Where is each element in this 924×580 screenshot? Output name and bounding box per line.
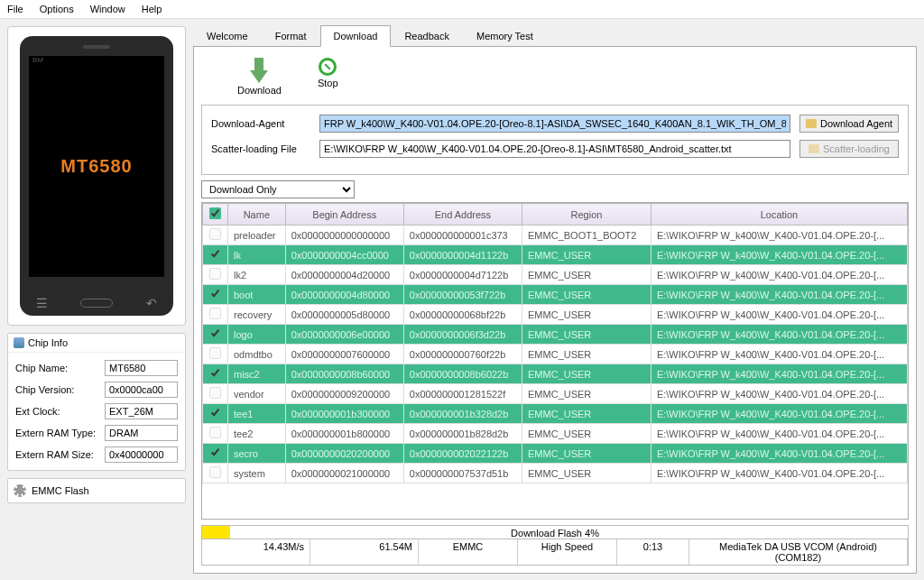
table-row[interactable]: secro0x00000000202000000x000000002022122… — [203, 444, 908, 464]
table-row[interactable]: vendor0x00000000092000000x00000000128152… — [203, 384, 908, 404]
download-agent-field[interactable] — [319, 115, 790, 133]
chip-name-label: Chip Name: — [15, 363, 101, 373]
tab-download[interactable]: Download — [320, 25, 392, 47]
table-row[interactable]: lk0x0000000004cc00000x0000000004d1122bEM… — [203, 245, 908, 265]
menu-help[interactable]: Help — [142, 4, 162, 14]
cell-name: odmdtbo — [228, 345, 286, 364]
folder-icon — [806, 119, 817, 128]
cell-name: boot — [228, 285, 286, 305]
tab-format[interactable]: Format — [262, 25, 320, 47]
cell-begin: 0x000000001b300000 — [285, 404, 403, 424]
cell-begin: 0x0000000020200000 — [285, 444, 403, 464]
cell-name: preloader — [228, 226, 286, 245]
menubar: File Options Window Help — [0, 0, 924, 19]
table-row[interactable]: preloader0x00000000000000000x00000000000… — [203, 226, 908, 245]
toolbar: Download Stop — [201, 54, 909, 105]
col-name[interactable]: Name — [228, 204, 286, 226]
cell-region: EMMC_USER — [522, 364, 651, 384]
row-checkbox[interactable] — [209, 268, 221, 280]
phone-brand: BM — [32, 56, 43, 64]
menu-window[interactable]: Window — [90, 4, 125, 14]
col-end[interactable]: End Address — [403, 204, 522, 226]
table-row[interactable]: misc20x0000000008b600000x0000000008b6022… — [203, 364, 908, 384]
tab-readback[interactable]: Readback — [391, 25, 463, 47]
status-time: 0:13 — [617, 539, 689, 565]
col-location[interactable]: Location — [651, 204, 907, 226]
menu-options[interactable]: Options — [40, 4, 74, 14]
cell-end: 0x000000007537d51b — [403, 464, 522, 483]
left-panel: BM MT6580 ☰ ↶ Chip Info Chip Name: Chip … — [0, 19, 193, 574]
scatter-loading-button[interactable]: Scatter-loading — [799, 140, 899, 158]
cell-location: E:\WIKO\FRP W_k400\W_K400-V01.04.OPE.20-… — [651, 345, 907, 364]
tab-welcome[interactable]: Welcome — [193, 25, 262, 47]
cell-begin: 0x000000001b800000 — [285, 424, 403, 444]
row-checkbox[interactable] — [209, 308, 221, 319]
select-all-checkbox[interactable] — [209, 207, 221, 219]
table-row[interactable]: tee20x000000001b8000000x000000001b828d2b… — [203, 424, 908, 444]
cell-end: 0x0000000006f3d22b — [403, 325, 522, 345]
download-mode-select[interactable]: Download Only — [201, 180, 355, 198]
table-row[interactable]: odmdtbo0x00000000076000000x000000000760f… — [203, 345, 908, 364]
row-checkbox[interactable] — [209, 327, 221, 339]
progress-bar: Download Flash 4% — [201, 525, 909, 539]
home-key-icon — [80, 299, 113, 308]
cell-begin: 0x0000000004d80000 — [285, 285, 403, 305]
menu-file[interactable]: File — [7, 4, 23, 14]
cell-begin: 0x0000000007600000 — [285, 345, 403, 364]
download-agent-button[interactable]: Download Agent — [799, 115, 899, 133]
cell-begin: 0x0000000000000000 — [285, 226, 403, 245]
row-checkbox[interactable] — [209, 407, 221, 419]
tab-memory-test[interactable]: Memory Test — [463, 25, 547, 47]
ext-clock-field[interactable] — [105, 403, 178, 419]
cell-end: 0x000000001281522f — [403, 384, 522, 404]
ram-type-label: Extern RAM Type: — [15, 428, 101, 438]
col-begin[interactable]: Begin Address — [285, 204, 403, 226]
row-checkbox[interactable] — [209, 347, 221, 359]
right-panel: Welcome Format Download Readback Memory … — [193, 19, 924, 574]
cell-end: 0x0000000004d7122b — [403, 265, 522, 285]
row-checkbox[interactable] — [209, 466, 221, 478]
table-row[interactable]: system0x00000000210000000x000000007537d5… — [203, 464, 908, 483]
stop-button[interactable]: Stop — [318, 58, 338, 96]
cell-end: 0x00000000053f722b — [403, 285, 522, 305]
row-checkbox[interactable] — [209, 387, 221, 399]
chip-icon — [14, 337, 24, 348]
row-checkbox[interactable] — [209, 228, 221, 240]
cell-name: logo — [228, 325, 286, 345]
scatter-file-field[interactable] — [319, 140, 790, 158]
tabstrip: Welcome Format Download Readback Memory … — [193, 24, 917, 47]
col-region[interactable]: Region — [522, 204, 651, 226]
status-speed: 14.43M/s — [202, 539, 310, 565]
row-checkbox[interactable] — [209, 248, 221, 260]
cell-location: E:\WIKO\FRP W_k400\W_K400-V01.04.OPE.20-… — [651, 464, 907, 483]
table-row[interactable]: logo0x0000000006e000000x0000000006f3d22b… — [203, 325, 908, 345]
chip-version-label: Chip Version: — [15, 384, 101, 395]
ram-type-field[interactable] — [105, 425, 178, 441]
cell-region: EMMC_USER — [522, 384, 651, 404]
gear-icon — [14, 484, 26, 497]
cell-region: EMMC_USER — [522, 424, 651, 444]
cell-name: lk — [228, 245, 286, 265]
cell-name: recovery — [228, 305, 286, 325]
cell-region: EMMC_BOOT1_BOOT2 — [522, 226, 651, 245]
stop-label: Stop — [318, 78, 338, 88]
download-button[interactable]: Download — [237, 58, 282, 96]
row-checkbox[interactable] — [209, 447, 221, 458]
row-checkbox[interactable] — [209, 288, 221, 299]
progress-text: Download Flash 4% — [202, 526, 908, 540]
chip-name-field[interactable] — [105, 360, 178, 376]
row-checkbox[interactable] — [209, 427, 221, 438]
cell-location: E:\WIKO\FRP W_k400\W_K400-V01.04.OPE.20-… — [651, 325, 907, 345]
cell-location: E:\WIKO\FRP W_k400\W_K400-V01.04.OPE.20-… — [651, 364, 907, 384]
cell-location: E:\WIKO\FRP W_k400\W_K400-V01.04.OPE.20-… — [651, 305, 907, 325]
table-row[interactable]: boot0x0000000004d800000x00000000053f722b… — [203, 285, 908, 305]
folder-icon — [808, 144, 819, 153]
table-row[interactable]: tee10x000000001b3000000x000000001b328d2b… — [203, 404, 908, 424]
chip-version-field[interactable] — [105, 382, 178, 398]
row-checkbox[interactable] — [209, 367, 221, 379]
table-row[interactable]: recovery0x0000000005d800000x00000000068b… — [203, 305, 908, 325]
ram-size-field[interactable] — [105, 447, 178, 463]
table-row[interactable]: lk20x0000000004d200000x0000000004d7122bE… — [203, 265, 908, 285]
paths-box: Download-Agent Download Agent Scatter-lo… — [201, 105, 909, 175]
cell-end: 0x000000000760f22b — [403, 345, 522, 364]
